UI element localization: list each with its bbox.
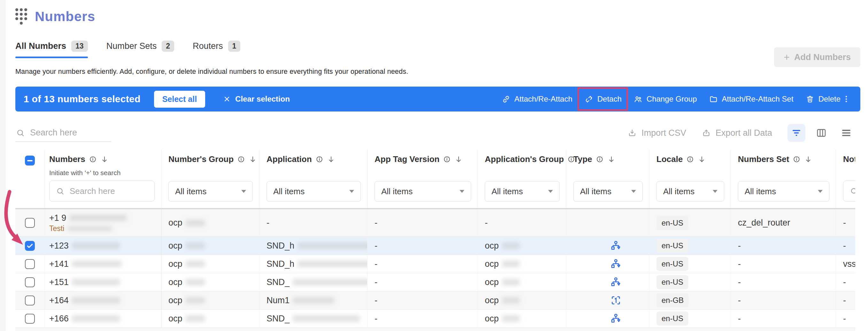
cell-number: +123 xyxy=(45,237,161,255)
sort-desc-icon[interactable] xyxy=(455,155,463,164)
action-label: Delete xyxy=(818,95,840,103)
import-csv-button[interactable]: Import CSV xyxy=(627,128,686,138)
column-search-input[interactable] xyxy=(70,186,148,196)
column-filter-dropdown[interactable]: All items xyxy=(574,181,643,202)
cell-notes: - xyxy=(836,237,855,255)
export-data-button[interactable]: Export all Data xyxy=(702,128,772,138)
sort-desc-icon[interactable] xyxy=(698,155,706,164)
tab-all-numbers[interactable]: All Numbers13 xyxy=(16,41,88,58)
cell-value: ocp xyxy=(485,277,566,287)
caret-down-icon xyxy=(460,190,464,193)
cell-locale: en-US xyxy=(649,209,731,236)
column-filter-dropdown[interactable]: All items xyxy=(168,181,253,202)
sort-desc-icon[interactable] xyxy=(249,155,257,164)
routing-icon xyxy=(582,240,649,251)
table-row[interactable]: +141ocpSND_h-ocpen-US-vss xyxy=(16,255,855,273)
table-row[interactable]: +164ocpNum1-ocpen-GB-- xyxy=(16,291,855,309)
column-filter-dropdown[interactable]: All items xyxy=(375,181,471,202)
numbers-table: NumbersInitiate with '+' to searchNumber… xyxy=(16,150,855,331)
add-numbers-label: Add Numbers xyxy=(794,53,851,62)
cell-app_group: ocp xyxy=(478,309,566,328)
row-checkbox[interactable] xyxy=(25,218,35,228)
indeterminate-mark xyxy=(27,160,33,161)
clear-selection-button[interactable]: Clear selection xyxy=(223,95,290,103)
row-select-cell xyxy=(16,237,45,255)
tab-label: All Numbers xyxy=(16,41,66,51)
select-all-button[interactable]: Select all xyxy=(154,91,205,108)
row-checkbox[interactable] xyxy=(25,277,35,287)
row-checkbox[interactable] xyxy=(25,241,35,251)
column-label: Numbers xyxy=(49,154,85,164)
filter-button[interactable] xyxy=(787,124,805,142)
dropdown-value: All items xyxy=(580,187,611,197)
search-icon xyxy=(850,187,855,196)
table-row[interactable]: +123ocpSND_h-ocpen-US-- xyxy=(16,237,855,255)
cell-locale: en-GB xyxy=(649,291,731,309)
column-filter-dropdown[interactable]: All items xyxy=(738,181,829,202)
columns-button[interactable] xyxy=(812,124,830,142)
search-input[interactable] xyxy=(30,128,111,138)
column-label: Type xyxy=(574,154,592,164)
sort-desc-icon[interactable] xyxy=(804,155,812,164)
table-row[interactable]: +151ocpSND_-ocpen-US-- xyxy=(16,273,855,291)
cell-value: - xyxy=(843,296,855,305)
tab-routers[interactable]: Routers1 xyxy=(193,41,240,58)
dropdown-value: All items xyxy=(175,187,207,197)
change-group-button[interactable]: Change Group xyxy=(634,95,697,103)
cell-numbers_set: cz_del_router xyxy=(731,209,836,236)
redacted-text xyxy=(72,316,120,322)
tab-count-badge: 13 xyxy=(71,41,88,52)
table-body: +1 9Testiocp---en-UScz_del_router-+123oc… xyxy=(16,209,855,328)
select-all-checkbox[interactable] xyxy=(25,156,35,166)
cell-application: SND_ xyxy=(259,309,368,328)
cell-locale: en-US xyxy=(649,255,731,273)
folder-icon xyxy=(709,95,718,103)
cell-value: - xyxy=(738,296,836,305)
row-select-cell xyxy=(16,255,45,273)
sort-desc-icon[interactable] xyxy=(100,155,108,164)
dialpad-logo-icon xyxy=(16,8,27,25)
column-filter-dropdown[interactable]: All items xyxy=(656,181,724,202)
cell-application: Num1 xyxy=(259,291,368,309)
redacted-text xyxy=(293,297,334,303)
dropdown-value: All items xyxy=(492,187,523,197)
table-row[interactable]: +166ocpSND_-ocpen-US-- xyxy=(16,309,855,328)
tab-number-sets[interactable]: Number Sets2 xyxy=(106,41,174,58)
cell-value: SND_ xyxy=(267,277,367,287)
row-checkbox[interactable] xyxy=(25,259,35,269)
sort-desc-icon[interactable] xyxy=(607,155,616,164)
cell-value: - xyxy=(843,314,855,324)
column-filter-dropdown[interactable]: All items xyxy=(267,181,361,202)
table-row[interactable]: +1 9Testiocp---en-UScz_del_router- xyxy=(16,209,855,237)
row-checkbox[interactable] xyxy=(25,296,35,305)
column-label: Application xyxy=(267,154,312,164)
row-density-button[interactable] xyxy=(837,124,855,142)
column-title: Notes xyxy=(843,154,855,164)
close-icon xyxy=(223,95,231,103)
routing-icon xyxy=(582,313,649,324)
cell-value: ocp xyxy=(168,259,259,269)
column-title: Type xyxy=(574,154,643,164)
cell-locale: en-US xyxy=(649,237,731,255)
row-checkbox[interactable] xyxy=(25,314,35,324)
locale-badge: en-US xyxy=(656,239,688,253)
attach-re-attach-button[interactable]: Attach/Re-Attach xyxy=(502,95,572,103)
sort-desc-icon[interactable] xyxy=(327,155,335,164)
search-icon xyxy=(16,128,25,137)
attach-re-attach-set-button[interactable]: Attach/Re-Attach Set xyxy=(709,95,794,103)
more-actions-button[interactable] xyxy=(842,95,851,103)
redacted-text xyxy=(186,242,205,249)
cell-value: SND_h xyxy=(267,241,367,251)
row-select-cell xyxy=(16,209,45,236)
cell-value: ocp xyxy=(168,296,259,305)
delete-button[interactable]: Delete xyxy=(806,95,840,103)
column-label: Notes xyxy=(843,154,855,164)
cell-notes: vss xyxy=(836,255,855,273)
detach-button[interactable]: Detach xyxy=(585,95,622,103)
add-numbers-button[interactable]: + Add Numbers xyxy=(774,47,860,67)
column-header-locale: LocaleAll items xyxy=(649,150,731,208)
column-header-select xyxy=(16,150,45,208)
number-value: +1 9 xyxy=(49,213,161,223)
cell-app_group: ocp xyxy=(478,291,566,309)
column-filter-dropdown[interactable]: All items xyxy=(485,181,560,202)
